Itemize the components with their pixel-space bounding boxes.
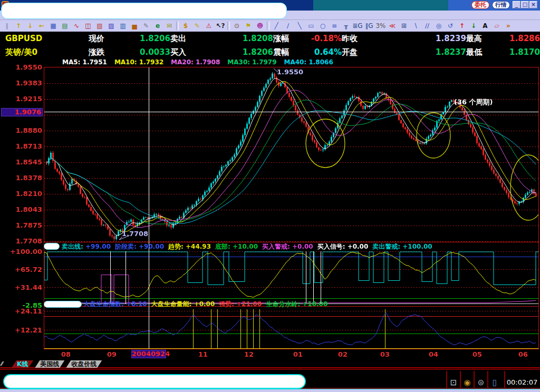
date-axis-label: 06 [507, 350, 539, 358]
network-icon[interactable]: ⊡ [446, 371, 460, 388]
quote-cell: 卖出 [170, 32, 203, 45]
quote-cell: 1.8239 [375, 32, 466, 45]
money-bag-icon[interactable]: $ [180, 21, 191, 31]
indicator-reading: 大盘生命量能: +0.00 [151, 300, 215, 308]
quote-cell: 最低 [466, 45, 499, 59]
zoom-icon[interactable]: ⊙ [232, 21, 242, 31]
line-tool-icon[interactable]: ╱ [271, 21, 282, 31]
eraser-tool-icon[interactable]: ▱ [491, 21, 502, 31]
percent-line-icon[interactable]: 3% [375, 21, 386, 31]
ma-legend-item: MA5: 1.7951 [62, 58, 107, 66]
scroll-down-icon[interactable]: ↓ [25, 21, 35, 31]
chart-annotation: 1.7708 [122, 230, 148, 238]
trend-chart-icon[interactable]: ∿ [71, 21, 82, 31]
gann-grid-icon[interactable]: ≣G [352, 21, 363, 31]
chart-annotation: 1.9550 [277, 68, 303, 76]
price-axis-label: 1.8545 [1, 158, 42, 166]
price-axis-label: 1.8378 [1, 174, 42, 182]
quote-cell: 1.8237 [375, 45, 466, 59]
text-tool-icon[interactable]: A [480, 21, 490, 31]
warning-icon[interactable]: ⚠ [204, 21, 214, 31]
segment-tool-icon[interactable]: ∕ [283, 21, 293, 31]
tab-美国线[interactable]: 美国线 [35, 360, 64, 368]
broker-button[interactable]: 委托 [471, 1, 489, 9]
date-axis-label: 11 [187, 350, 219, 358]
indicator1-axis-label: +100.00 [1, 248, 42, 256]
more-tools-icon[interactable]: » [503, 21, 514, 31]
quote-cell: -0.18% [307, 32, 342, 45]
news-icon[interactable]: ✎ [141, 21, 151, 31]
clock: 00:02:07 [504, 371, 539, 388]
date-axis-label: 04 [418, 350, 449, 358]
pencil-icon[interactable]: ✎ [192, 21, 202, 31]
volume-bars-icon[interactable]: ▅ [129, 21, 140, 31]
quote-cell: 0.64% [307, 45, 342, 59]
quote-cell: 1.8208 [203, 32, 273, 45]
circles-tool-icon[interactable]: ◎ [433, 21, 444, 31]
redaction-overlay-panel1 [44, 243, 60, 250]
close-button[interactable]: × [529, 1, 537, 8]
price-axis-label: 1.9215 [1, 95, 42, 103]
restore-button[interactable]: □ [521, 1, 529, 8]
quote-row: GBPUSD现价1.8206卖出1.8208涨幅-0.18%昨收1.8239最高… [0, 32, 540, 45]
mark-up-icon[interactable]: ↑ [457, 21, 467, 31]
brush-icon[interactable]: ⚑ [243, 21, 254, 31]
bell-icon[interactable]: ◉ [460, 371, 474, 388]
redaction-overlay-statusbar [3, 374, 306, 389]
chart-edit-icon[interactable]: ▧ [94, 21, 105, 31]
rotate-tool-icon[interactable]: ↺ [445, 21, 456, 31]
quotes-button[interactable]: 行情 [492, 1, 510, 9]
scroll-up-icon[interactable]: ↑ [13, 21, 24, 31]
hatch-tool-icon[interactable]: ∕∕ [422, 21, 432, 31]
price-axis-label: 1.8210 [1, 190, 42, 198]
ma-legend-item: MA20: 1.7908 [171, 58, 220, 66]
info-columns-icon[interactable]: ▥ [118, 21, 128, 31]
multi-pane-icon[interactable]: ▨ [106, 21, 117, 31]
indicator-reading: 阶段卖: +90.00 [115, 243, 164, 250]
indicator2-header: 大盘生命指数: +8.10大盘生命量能: +0.00强势: +21.00生命分水… [83, 300, 332, 308]
indicator1-axis-label: +31.44 [1, 283, 42, 291]
quote-list-icon[interactable]: ▤ [60, 21, 70, 31]
rect-tool-icon[interactable]: ▭ [306, 21, 316, 31]
indicator-reading: 强势: +21.00 [219, 300, 262, 308]
hlines-tool-icon[interactable]: ≡ [329, 21, 340, 31]
chart-area[interactable] [0, 66, 540, 389]
back-icon[interactable]: ← [36, 21, 47, 31]
help-cursor-icon[interactable]: ↖? [215, 21, 226, 31]
minimize-button[interactable]: _ [513, 1, 520, 8]
indicator2-axis-label: +24.11 [1, 307, 42, 315]
user-icon[interactable]: ☻ [255, 21, 265, 31]
chart-annotation: (36 个周期) [454, 97, 493, 107]
toolbar-separator [227, 22, 230, 30]
quote-cell: 1.8206 [203, 45, 273, 59]
quote-cell: 0.0033 [121, 45, 170, 59]
quote-cell: 震幅 [273, 45, 307, 59]
document-icon[interactable]: ▯ [487, 371, 501, 388]
date-axis-label: 09 [96, 350, 128, 358]
mark-down-icon[interactable]: ↓ [468, 21, 479, 31]
print-icon[interactable]: ⊜ [474, 371, 487, 388]
ray-tool-icon[interactable]: ╲ [294, 21, 305, 31]
quote-cell: 买入 [170, 45, 203, 59]
message-icon[interactable]: ✉ [164, 21, 175, 31]
price-axis-label: 1.7708 [1, 237, 42, 245]
gann-time-icon[interactable]: ╥ [341, 21, 351, 31]
fan-lines-icon[interactable]: ≪ [387, 21, 398, 31]
redaction-overlay-panel2 [44, 301, 82, 308]
toolbar-separator [267, 22, 269, 30]
toolbar-grip[interactable]: ∥ [2, 21, 12, 31]
indicator1-axis-label: +65.72 [1, 266, 42, 273]
gann-line-icon[interactable]: ∥G [364, 21, 374, 31]
candlestick-chart-icon[interactable]: ◫ [83, 21, 93, 31]
browser-icon[interactable]: e [152, 21, 163, 31]
report-view-icon[interactable]: ▦ [48, 21, 59, 31]
grid-tool-icon[interactable]: ⊞ [399, 21, 409, 31]
backslash-tool-icon[interactable]: ∖ [410, 21, 421, 31]
tab-收盘价线[interactable]: 收盘价线 [66, 360, 102, 368]
ellipse-tool-icon[interactable]: ○ [317, 21, 328, 31]
price-crosshair-tag: 1.9076 [1, 108, 43, 116]
tab-K线[interactable]: K线 [12, 360, 33, 368]
quote-cell: 涨幅 [273, 32, 307, 45]
symbol-code: GBPUSD [5, 32, 89, 45]
date-crosshair-tag: 20040924 [131, 350, 166, 358]
